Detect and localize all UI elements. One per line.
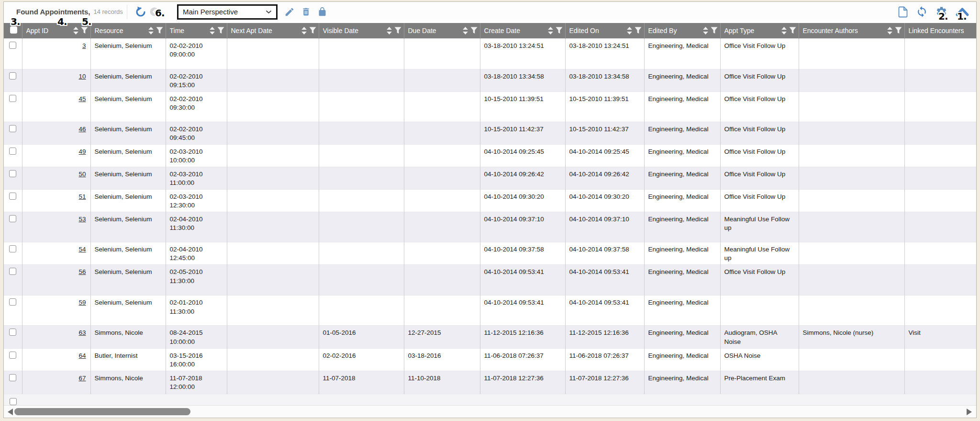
row-checkbox[interactable] — [9, 268, 16, 275]
cell-appt_type: Office Visit Follow Up — [720, 38, 799, 69]
sort-icon[interactable] — [626, 27, 633, 34]
appt-id-link[interactable]: 46 — [78, 125, 86, 133]
scroll-right-arrow-icon[interactable] — [967, 409, 972, 415]
sort-icon[interactable] — [702, 27, 709, 34]
cell-encounter_authors — [799, 265, 904, 296]
table-row: 53Selenium, Selenium02-04-2010 11:30:000… — [4, 212, 976, 242]
gear-icon[interactable] — [935, 6, 947, 18]
cell-linked_encounters — [904, 91, 976, 122]
appt-id-link[interactable]: 3 — [82, 42, 86, 49]
row-checkbox[interactable] — [9, 42, 16, 49]
select-all-checkbox[interactable] — [10, 26, 17, 34]
cell-encounter_authors — [799, 91, 904, 122]
cell-due_date — [404, 38, 480, 69]
appt-id-link[interactable]: 51 — [78, 193, 86, 200]
scroll-left-arrow-icon[interactable] — [8, 409, 13, 415]
cell-appt_type: Office Visit Follow Up — [720, 144, 799, 167]
filter-funnel-icon[interactable] — [309, 27, 316, 34]
column-label: Linked Encounters — [909, 27, 974, 34]
row-checkbox[interactable] — [9, 374, 16, 381]
filter-funnel-icon[interactable] — [81, 27, 88, 34]
sort-icon[interactable] — [148, 27, 154, 34]
appt-id-link[interactable]: 59 — [78, 299, 86, 306]
cell-time: 02-02-2010 09:45:00 — [166, 122, 227, 144]
cell-appt_id: 53 — [22, 212, 90, 242]
appt-id-link[interactable]: 67 — [78, 375, 86, 382]
cell-linked_encounters — [904, 371, 976, 394]
appt-id-link[interactable]: 45 — [78, 95, 86, 102]
cell-time: 02-04-2010 11:30:00 — [166, 212, 227, 242]
cell-edited_on: 04-10-2014 09:30:20 — [565, 190, 644, 212]
filter-funnel-icon[interactable] — [895, 27, 902, 34]
row-checkbox[interactable] — [9, 245, 16, 252]
row-checkbox[interactable] — [9, 95, 16, 102]
filter-funnel-icon[interactable] — [711, 27, 718, 34]
row-checkbox[interactable] — [9, 215, 16, 222]
row-checkbox[interactable] — [9, 329, 16, 336]
appt-id-link[interactable]: 54 — [78, 246, 86, 253]
trash-icon[interactable] — [301, 7, 311, 17]
cell-appt_type: OSHA Noise — [720, 348, 799, 371]
scrollbar-thumb[interactable] — [14, 408, 190, 415]
filter-funnel-icon[interactable] — [635, 27, 642, 34]
new-document-icon[interactable] — [898, 6, 908, 18]
cell-visible_date — [319, 122, 404, 144]
filter-funnel-icon[interactable] — [217, 27, 224, 34]
cell-edited_by: Engineering, Medical — [644, 190, 720, 212]
row-checkbox[interactable] — [10, 398, 17, 405]
refresh-icon[interactable] — [916, 6, 928, 18]
cell-next_apt_date — [227, 296, 319, 326]
cell-create_date: 04-10-2014 09:30:20 — [480, 190, 565, 212]
column-label: Create Date — [484, 27, 546, 34]
sort-icon[interactable] — [209, 27, 215, 34]
row-checkbox[interactable] — [9, 352, 16, 359]
filter-funnel-icon[interactable] — [394, 27, 401, 34]
edit-pencil-icon[interactable] — [284, 7, 295, 17]
cell-appt_type: Audiogram, OSHA Noise — [720, 326, 799, 348]
cell-due_date — [404, 144, 480, 167]
column-header-appt_id: Appt ID — [22, 23, 90, 38]
cell-create_date: 10-15-2010 11:39:51 — [480, 91, 565, 122]
appt-id-link[interactable]: 63 — [78, 329, 86, 336]
appt-id-link[interactable]: 56 — [78, 268, 86, 275]
horizontal-scrollbar[interactable] — [4, 405, 976, 418]
appt-id-link[interactable]: 10 — [78, 73, 86, 80]
filter-funnel-icon[interactable] — [556, 27, 563, 34]
perspective-selected-value: Main Perspective — [183, 8, 238, 16]
row-checkbox[interactable] — [9, 193, 16, 200]
filter-funnel-icon[interactable] — [156, 27, 163, 34]
cell-encounter_authors — [799, 190, 904, 212]
sort-icon[interactable] — [781, 27, 787, 34]
appt-id-link[interactable]: 50 — [78, 171, 86, 178]
appt-id-link[interactable]: 64 — [78, 352, 86, 359]
row-checkbox[interactable] — [9, 148, 16, 155]
table-row: 10Selenium, Selenium02-02-2010 09:15:000… — [4, 69, 976, 91]
sort-icon[interactable] — [301, 27, 307, 34]
lock-icon[interactable] — [317, 7, 327, 17]
cell-encounter_authors — [799, 242, 904, 265]
cell-next_apt_date — [227, 69, 319, 91]
collapse-chevron-up-icon[interactable] — [955, 7, 969, 17]
cell-create_date: 04-10-2014 09:37:10 — [480, 212, 565, 242]
row-checkbox[interactable] — [9, 72, 16, 80]
column-header-resource: Resource — [90, 23, 166, 38]
cell-next_apt_date — [227, 122, 319, 144]
table-row: 45Selenium, Selenium02-02-2010 09:30:001… — [4, 91, 976, 122]
perspective-select[interactable]: Main Perspective — [177, 4, 278, 20]
row-checkbox[interactable] — [9, 170, 16, 177]
row-checkbox[interactable] — [9, 298, 16, 306]
cell-edited_on: 04-10-2014 09:37:58 — [565, 242, 644, 265]
undo-icon[interactable] — [135, 6, 146, 18]
appt-id-link[interactable]: 49 — [78, 148, 86, 155]
appt-id-link[interactable]: 53 — [78, 216, 86, 223]
filter-funnel-icon[interactable] — [470, 27, 478, 34]
cell-appt_type: Office Visit Follow Up — [720, 190, 799, 212]
row-checkbox[interactable] — [9, 125, 16, 132]
sort-icon[interactable] — [73, 27, 79, 34]
sort-icon[interactable] — [887, 27, 893, 34]
sort-icon[interactable] — [462, 27, 468, 34]
sort-icon[interactable] — [547, 27, 554, 34]
column-label: Due Date — [408, 27, 460, 34]
sort-icon[interactable] — [386, 27, 392, 34]
filter-funnel-icon[interactable] — [789, 27, 796, 34]
